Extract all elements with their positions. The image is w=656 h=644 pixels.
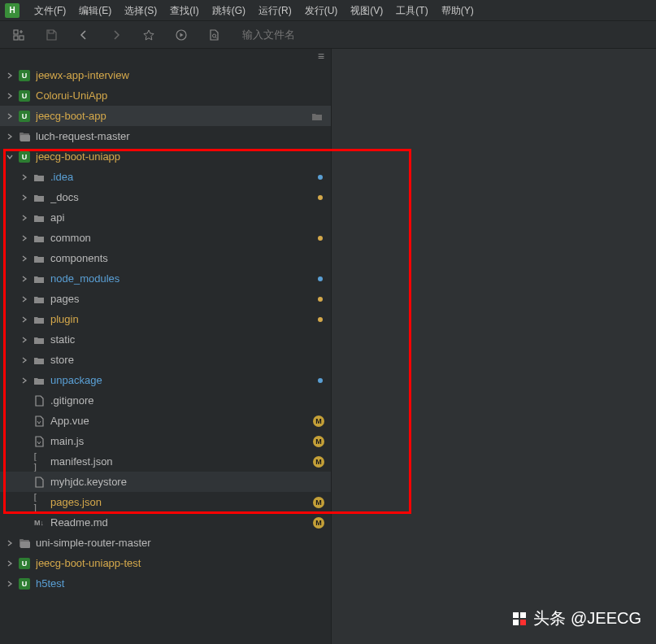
folder-icon <box>33 374 46 387</box>
tree-row[interactable]: api <box>0 207 331 228</box>
svg-rect-2 <box>20 36 24 40</box>
folder-icon <box>33 211 46 224</box>
svg-rect-1 <box>14 36 18 40</box>
tree-row[interactable]: uni-simple-router-master <box>0 533 331 553</box>
menu-item[interactable]: 工具(T) <box>389 0 434 21</box>
svg-rect-0 <box>14 30 18 34</box>
uni-icon: U <box>18 110 31 123</box>
tree-row[interactable]: [ ]pages.jsonM <box>0 492 331 512</box>
svg-rect-9 <box>20 539 24 542</box>
folder-icon <box>33 191 46 204</box>
tree-row[interactable]: Uh5test <box>0 573 331 594</box>
forward-icon[interactable] <box>109 28 124 42</box>
svg-point-4 <box>213 34 216 37</box>
tree-row[interactable]: node_modules <box>0 268 331 289</box>
search-input[interactable] <box>242 28 324 41</box>
tree-row[interactable]: .idea <box>0 167 331 187</box>
project-icon[interactable] <box>11 28 26 42</box>
chevron-right-icon[interactable] <box>21 276 33 282</box>
folder-icon <box>33 272 46 285</box>
chevron-right-icon[interactable] <box>21 316 33 323</box>
tree-row[interactable]: common <box>0 228 331 248</box>
tree-row[interactable]: store <box>0 350 331 370</box>
tree-label: static <box>50 333 331 346</box>
tree-row[interactable]: UColorui-UniApp <box>0 85 331 106</box>
chevron-right-icon[interactable] <box>21 377 33 384</box>
chevron-down-icon[interactable] <box>7 154 18 160</box>
uni-icon: U <box>18 69 31 82</box>
chevron-right-icon[interactable] <box>7 133 18 140</box>
tree-row[interactable]: App.vueM <box>0 411 331 431</box>
tree-label: api <box>50 211 331 224</box>
sidebar-menu-icon[interactable]: ≡ <box>318 50 324 63</box>
json-icon: [ ] <box>33 496 46 509</box>
tree-row[interactable]: main.jsM <box>0 431 331 451</box>
chevron-right-icon[interactable] <box>21 174 33 181</box>
menu-item[interactable]: 视图(V) <box>344 0 389 21</box>
chevron-right-icon[interactable] <box>21 194 33 201</box>
tree-label: jeecg-boot-uniapp <box>36 150 331 163</box>
tree-label: common <box>50 232 318 244</box>
status-dot-icon <box>318 276 323 281</box>
svg-rect-13 <box>513 620 519 625</box>
modified-badge-icon: M <box>313 497 324 508</box>
tree-row[interactable]: static <box>0 329 331 350</box>
tree-row[interactable]: luch-request-master <box>0 126 331 146</box>
tree-row[interactable]: Ujeecg-boot-uniapp-test <box>0 553 331 573</box>
chevron-right-icon[interactable] <box>21 235 33 242</box>
file-icon <box>33 394 46 407</box>
tree-row[interactable]: components <box>0 248 331 268</box>
chevron-right-icon[interactable] <box>7 113 18 120</box>
chevron-right-icon[interactable] <box>21 296 33 302</box>
sidebar: ≡ Ujeewx-app-interviewUColorui-UniAppUje… <box>0 49 332 644</box>
run-icon[interactable] <box>174 28 189 42</box>
menu-item[interactable]: 帮助(Y) <box>435 0 480 21</box>
tree-row[interactable]: Ujeecg-boot-uniapp <box>0 146 331 167</box>
tree-row[interactable]: plugin <box>0 309 331 329</box>
menu-item[interactable]: 查找(I) <box>163 0 205 21</box>
uni-icon: U <box>18 150 31 163</box>
menu-item[interactable]: 运行(R) <box>252 0 298 21</box>
folder-icon <box>33 171 46 184</box>
chevron-right-icon[interactable] <box>7 560 18 567</box>
chevron-right-icon[interactable] <box>7 93 18 99</box>
chevron-right-icon[interactable] <box>21 357 33 363</box>
modified-badge-icon: M <box>313 436 324 447</box>
tree-label: myhjdc.keystore <box>50 476 331 488</box>
tree-row[interactable]: unpackage <box>0 370 331 390</box>
star-icon[interactable] <box>141 28 156 42</box>
save-icon[interactable] <box>44 28 59 42</box>
uni-icon: U <box>18 89 31 102</box>
tree-row[interactable]: [ ]manifest.jsonM <box>0 451 331 472</box>
chevron-right-icon[interactable] <box>7 540 18 546</box>
chevron-right-icon[interactable] <box>21 255 33 262</box>
folder-trail-icon <box>311 111 323 121</box>
menu-item[interactable]: 选择(S) <box>118 0 163 21</box>
svg-rect-7 <box>20 135 30 141</box>
tree-row[interactable]: _docs <box>0 187 331 207</box>
dir-icon <box>18 130 31 143</box>
tree-row[interactable]: M↓Readme.mdM <box>0 512 331 533</box>
tree-label: App.vue <box>50 415 313 427</box>
dir-icon <box>18 537 31 550</box>
tree-row[interactable]: Ujeewx-app-interview <box>0 65 331 85</box>
preview-icon[interactable] <box>206 28 221 42</box>
menu-item[interactable]: 文件(F) <box>28 0 72 21</box>
chevron-right-icon[interactable] <box>21 337 33 343</box>
chevron-right-icon[interactable] <box>7 581 18 587</box>
status-dot-icon <box>318 297 323 302</box>
menu-item[interactable]: 发行(U) <box>298 0 345 21</box>
tree-label: components <box>50 252 331 264</box>
back-icon[interactable] <box>76 28 91 42</box>
chevron-right-icon[interactable] <box>7 72 18 79</box>
tree-row[interactable]: pages <box>0 289 331 309</box>
menu-item[interactable]: 跳转(G) <box>206 0 252 21</box>
status-dot-icon <box>318 378 323 383</box>
tree-row[interactable]: Ujeecg-boot-app <box>0 106 331 126</box>
menu-item[interactable]: 编辑(E) <box>72 0 118 21</box>
tree-row[interactable]: .gitignore <box>0 390 331 411</box>
tree-row[interactable]: myhjdc.keystore <box>0 472 331 492</box>
chevron-right-icon[interactable] <box>21 215 33 221</box>
tree-label: jeewx-app-interview <box>36 69 331 81</box>
tree-label: .idea <box>50 171 318 183</box>
